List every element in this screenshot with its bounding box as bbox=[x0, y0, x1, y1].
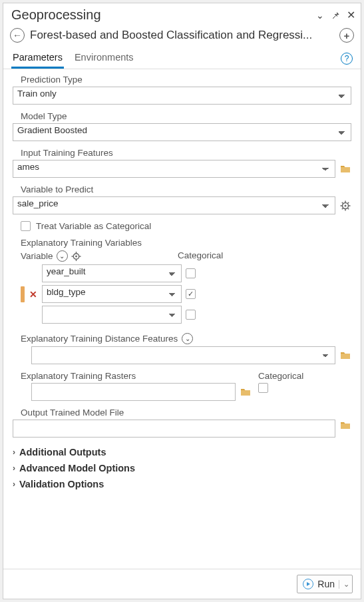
chevron-right-icon: › bbox=[13, 479, 15, 489]
label-model-type: Model Type bbox=[21, 111, 351, 121]
label-output-model: Output Trained Model File bbox=[21, 408, 351, 418]
svg-line-6 bbox=[342, 202, 343, 203]
field-treat-categorical: Treat Variable as Categorical bbox=[21, 221, 351, 231]
parameters-content: Prediction Type Train only Model Type Gr… bbox=[3, 69, 361, 569]
svg-line-7 bbox=[348, 208, 349, 209]
etv-categorical-header: Categorical bbox=[178, 250, 223, 260]
chevron-right-icon: › bbox=[13, 463, 15, 473]
tab-parameters[interactable]: Parameters bbox=[11, 48, 64, 69]
label-variable-to-predict: Variable to Predict bbox=[21, 184, 351, 194]
expander-validation-options[interactable]: › Validation Options bbox=[13, 476, 351, 492]
gear-icon[interactable] bbox=[71, 251, 81, 261]
combo-variable-to-predict[interactable]: sale_price bbox=[13, 196, 335, 214]
expander-additional-outputs[interactable]: › Additional Outputs bbox=[13, 444, 351, 460]
geoprocessing-panel: Geoprocessing ⌄ 📌︎ ✕ ← Forest-based and … bbox=[3, 3, 361, 599]
etv-categorical-checkbox[interactable] bbox=[186, 268, 196, 278]
label-input-training-features: Input Training Features bbox=[21, 148, 351, 158]
field-etr: Explanatory Training Rasters Categorical bbox=[13, 371, 351, 401]
back-button[interactable]: ← bbox=[10, 28, 25, 43]
tool-header: ← Forest-based and Boosted Classificatio… bbox=[3, 24, 361, 48]
field-input-training-features: Input Training Features ames bbox=[13, 148, 351, 178]
input-output-model[interactable] bbox=[13, 420, 335, 438]
etv-variable-header: Variable bbox=[21, 251, 53, 261]
svg-point-1 bbox=[345, 204, 347, 206]
label-etdf: Explanatory Training Distance Features bbox=[21, 334, 178, 344]
field-model-type: Model Type Gradient Boosted bbox=[13, 111, 351, 141]
etv-row-2 bbox=[21, 306, 351, 324]
run-label: Run bbox=[317, 579, 335, 589]
svg-point-11 bbox=[75, 255, 77, 257]
titlebar-controls: ⌄ 📌︎ ✕ bbox=[316, 10, 355, 21]
etv-row-1: ✕ bldg_type bbox=[21, 285, 351, 303]
label-etr-categorical: Categorical bbox=[258, 371, 351, 381]
browse-folder-icon[interactable] bbox=[339, 163, 351, 175]
browse-folder-icon[interactable] bbox=[339, 420, 351, 432]
etv-header: Variable ⌄ Categorical bbox=[21, 250, 351, 262]
etv-variable-select[interactable] bbox=[42, 306, 182, 324]
browse-folder-icon[interactable] bbox=[339, 350, 351, 362]
svg-line-9 bbox=[348, 202, 349, 203]
combo-etdf[interactable] bbox=[31, 346, 335, 364]
field-prediction-type: Prediction Type Train only bbox=[13, 75, 351, 105]
etv-variable-select[interactable]: year_built bbox=[42, 264, 182, 282]
run-dropdown-icon[interactable]: ⌄ bbox=[339, 580, 349, 589]
browse-folder-icon[interactable] bbox=[240, 386, 252, 398]
field-variable-to-predict: Variable to Predict sale_price bbox=[13, 184, 351, 214]
etv-row-0: year_built bbox=[21, 264, 351, 282]
field-etdf: Explanatory Training Distance Features ⌄ bbox=[13, 333, 351, 364]
label-etdf-row: Explanatory Training Distance Features ⌄ bbox=[21, 333, 351, 344]
titlebar: Geoprocessing ⌄ 📌︎ ✕ bbox=[3, 3, 361, 24]
checkbox-treat-categorical[interactable] bbox=[21, 221, 31, 231]
select-prediction-type[interactable]: Train only bbox=[13, 87, 351, 105]
chevron-down-icon[interactable]: ⌄ bbox=[57, 250, 68, 262]
close-icon[interactable]: ✕ bbox=[347, 10, 355, 21]
help-icon[interactable]: ? bbox=[341, 53, 353, 65]
tab-environments[interactable]: Environments bbox=[73, 48, 135, 69]
pin-icon[interactable]: 📌︎ bbox=[331, 11, 340, 20]
play-icon bbox=[303, 579, 313, 589]
select-model-type[interactable]: Gradient Boosted bbox=[13, 123, 351, 141]
label-treat-categorical: Treat Variable as Categorical bbox=[36, 221, 151, 231]
combo-input-training-features[interactable]: ames bbox=[13, 160, 335, 178]
etv-variable-select[interactable]: bldg_type bbox=[42, 285, 182, 303]
etv-categorical-checkbox[interactable] bbox=[186, 289, 196, 299]
tool-name: Forest-based and Boosted Classification … bbox=[30, 29, 334, 42]
label-prediction-type: Prediction Type bbox=[21, 75, 351, 85]
expander-label: Advanced Model Options bbox=[19, 463, 135, 473]
label-etr: Explanatory Training Rasters bbox=[21, 371, 252, 381]
label-etv: Explanatory Training Variables bbox=[21, 238, 351, 248]
add-button[interactable]: + bbox=[339, 28, 354, 43]
input-etr[interactable] bbox=[31, 383, 236, 401]
gear-icon[interactable] bbox=[339, 200, 351, 212]
chevron-down-icon[interactable]: ⌄ bbox=[182, 333, 193, 344]
expander-label: Validation Options bbox=[19, 479, 104, 489]
footer: Run ⌄ bbox=[3, 569, 361, 599]
remove-row-icon[interactable]: ✕ bbox=[29, 289, 38, 300]
chevron-right-icon: › bbox=[13, 448, 15, 457]
drag-handle-icon[interactable] bbox=[21, 286, 25, 302]
expander-advanced-model-options[interactable]: › Advanced Model Options bbox=[13, 460, 351, 476]
etr-categorical-checkbox[interactable] bbox=[258, 383, 268, 393]
panel-title: Geoprocessing bbox=[11, 7, 101, 23]
tabs: Parameters Environments ? bbox=[3, 48, 361, 69]
run-button[interactable]: Run ⌄ bbox=[297, 575, 353, 593]
svg-line-8 bbox=[342, 208, 343, 209]
field-output-model: Output Trained Model File bbox=[13, 408, 351, 438]
expander-label: Additional Outputs bbox=[19, 447, 106, 457]
etv-categorical-checkbox[interactable] bbox=[186, 310, 196, 320]
collapse-icon[interactable]: ⌄ bbox=[316, 11, 324, 20]
